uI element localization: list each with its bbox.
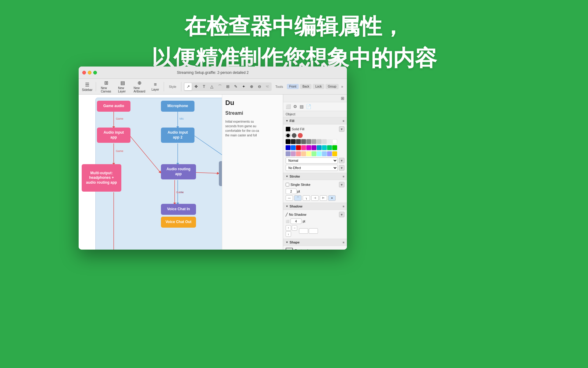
new-artboard-button[interactable]: ⊕ New Artboard bbox=[131, 79, 148, 94]
grid-icon[interactable]: ⊞ bbox=[341, 96, 344, 101]
close-button[interactable] bbox=[82, 71, 86, 74]
voice-chat-in-node[interactable]: Voice Chat In bbox=[161, 204, 196, 215]
stroke-dash-2[interactable]: ⊢ bbox=[320, 195, 327, 201]
table-tab-icon[interactable]: ▤ bbox=[300, 104, 304, 109]
pen-tool[interactable]: ✎ bbox=[232, 83, 239, 90]
color-dark1[interactable] bbox=[291, 139, 296, 144]
color-mid2[interactable] bbox=[306, 139, 311, 144]
maximize-button[interactable] bbox=[93, 71, 97, 74]
color-p3[interactable] bbox=[296, 151, 301, 156]
more-button[interactable]: » bbox=[340, 85, 344, 89]
color-blue-dark[interactable] bbox=[286, 145, 290, 150]
shadow-down[interactable]: ↓ bbox=[286, 231, 291, 237]
color-red[interactable] bbox=[296, 145, 301, 150]
color-mid1[interactable] bbox=[301, 139, 306, 144]
fill-options-icon[interactable]: ≡ bbox=[343, 119, 344, 123]
stroke-dropdown[interactable]: ▼ bbox=[339, 182, 344, 187]
color-green[interactable] bbox=[332, 145, 337, 150]
multi-output-node[interactable]: Multi-output: headphones + audio routing… bbox=[82, 164, 121, 192]
fill-type-dropdown[interactable]: ▼ bbox=[339, 126, 344, 132]
layer-button[interactable]: ≡ Layer bbox=[149, 81, 161, 92]
color-p6[interactable] bbox=[312, 151, 316, 156]
shadow-x-input[interactable] bbox=[299, 228, 308, 234]
audio-input-1-node[interactable]: Audio input app bbox=[97, 128, 130, 143]
color-cyan-dark[interactable] bbox=[317, 145, 322, 150]
color-white[interactable] bbox=[332, 139, 337, 144]
sidebar-button[interactable]: ☰ Sidebar bbox=[81, 81, 93, 93]
blend-dropdown[interactable]: ▼ bbox=[339, 158, 344, 163]
connect-tool[interactable]: ⊞ bbox=[224, 83, 231, 90]
audio-routing-node[interactable]: Audio routing app bbox=[161, 164, 196, 179]
color-blue[interactable] bbox=[291, 145, 296, 150]
color-p10[interactable] bbox=[332, 151, 337, 156]
front-button[interactable]: Front bbox=[287, 84, 299, 89]
shadow-dropdown[interactable]: ▼ bbox=[339, 212, 344, 217]
voice-chat-out-node[interactable]: Voice Chat Out bbox=[161, 217, 196, 228]
gear-tab-icon[interactable]: ⚙ bbox=[293, 104, 297, 109]
shadow-y-input[interactable] bbox=[309, 228, 318, 234]
move-tool[interactable]: ✦ bbox=[240, 83, 247, 90]
new-canvas-button[interactable]: ⊞ New Canvas bbox=[98, 79, 115, 94]
stroke-style-1[interactable]: — bbox=[286, 195, 293, 201]
shape-tool[interactable]: △ bbox=[208, 83, 216, 90]
game-audio-node[interactable]: Game audio bbox=[97, 101, 130, 112]
hand-tool[interactable]: ☜ bbox=[264, 83, 271, 90]
stroke-style-2[interactable]: ⌒ bbox=[294, 195, 301, 201]
effect-dropdown[interactable]: ▼ bbox=[339, 165, 344, 171]
shape-options-icon[interactable]: ≡ bbox=[343, 241, 344, 244]
color-p5[interactable] bbox=[306, 151, 311, 156]
shadow-up[interactable]: ↑ bbox=[286, 225, 291, 231]
shadow-right[interactable]: → bbox=[292, 225, 297, 231]
shape-tab-icon[interactable]: ⬜ bbox=[286, 104, 291, 109]
color-green-light[interactable] bbox=[327, 145, 332, 150]
fill-color-swatch[interactable] bbox=[286, 127, 290, 132]
canvas-area[interactable]: Game Mic Game Mic Game Game audio Microp… bbox=[79, 95, 283, 250]
shadow-options-icon[interactable]: ≡ bbox=[343, 205, 344, 208]
color-p9[interactable] bbox=[327, 151, 332, 156]
color-light3[interactable] bbox=[322, 139, 327, 144]
color-light1[interactable] bbox=[312, 139, 316, 144]
color-light2[interactable] bbox=[317, 139, 322, 144]
stroke-weight-input[interactable] bbox=[286, 189, 297, 194]
stroke-dash-3[interactable]: ≡ bbox=[328, 195, 336, 201]
color-dark2[interactable] bbox=[296, 139, 301, 144]
color-magenta[interactable] bbox=[306, 145, 311, 150]
minimize-button[interactable] bbox=[88, 71, 91, 74]
color-p8[interactable] bbox=[322, 151, 327, 156]
color-circle-red[interactable] bbox=[298, 133, 303, 138]
stroke-options-icon[interactable]: ≡ bbox=[343, 175, 344, 178]
shape-section-header[interactable]: ▼ Shape ≡ bbox=[283, 239, 347, 246]
color-p1[interactable] bbox=[286, 151, 290, 156]
line-tool[interactable]: ⌒ bbox=[216, 83, 223, 90]
text-tool[interactable]: T bbox=[200, 83, 208, 90]
select-tool[interactable]: ↗ bbox=[184, 83, 192, 90]
group-button[interactable]: Group bbox=[326, 84, 339, 89]
shadow-section-header[interactable]: ▼ Shadow ≡ bbox=[283, 203, 347, 210]
color-circle-dark[interactable] bbox=[292, 133, 297, 138]
color-cyan[interactable] bbox=[322, 145, 327, 150]
stroke-style-3[interactable]: ╮ bbox=[303, 195, 310, 201]
new-layer-button[interactable]: ▤ New Layer bbox=[116, 79, 130, 94]
color-black[interactable] bbox=[286, 139, 290, 144]
zoom-out-tool[interactable]: ⊖ bbox=[256, 83, 263, 90]
stroke-section-header[interactable]: ▼ Stroke ≡ bbox=[283, 173, 347, 180]
stroke-checkbox[interactable] bbox=[286, 183, 289, 186]
color-p7[interactable] bbox=[317, 151, 322, 156]
color-pink[interactable] bbox=[301, 145, 306, 150]
lock-button[interactable]: Lock bbox=[313, 84, 324, 89]
color-circle-black[interactable] bbox=[286, 133, 290, 138]
pan-tool[interactable]: ✥ bbox=[192, 83, 200, 90]
microphone-node[interactable]: Microphone bbox=[161, 101, 194, 112]
effect-select[interactable]: No Effect bbox=[286, 165, 338, 171]
stroke-dash-1[interactable]: ⊣ bbox=[311, 195, 319, 201]
audio-input-2-node[interactable]: Audio input app 2 bbox=[161, 128, 194, 143]
color-light4[interactable] bbox=[327, 139, 332, 144]
color-p2[interactable] bbox=[291, 151, 296, 156]
blend-mode-select[interactable]: Normal bbox=[286, 157, 338, 164]
back-button[interactable]: Back bbox=[300, 84, 312, 89]
color-p4[interactable] bbox=[301, 151, 306, 156]
doc-tab-icon[interactable]: 📄 bbox=[306, 104, 311, 109]
color-purple[interactable] bbox=[312, 145, 316, 150]
shadow-size-input[interactable] bbox=[290, 218, 301, 224]
zoom-in-tool[interactable]: ⊕ bbox=[248, 83, 255, 90]
